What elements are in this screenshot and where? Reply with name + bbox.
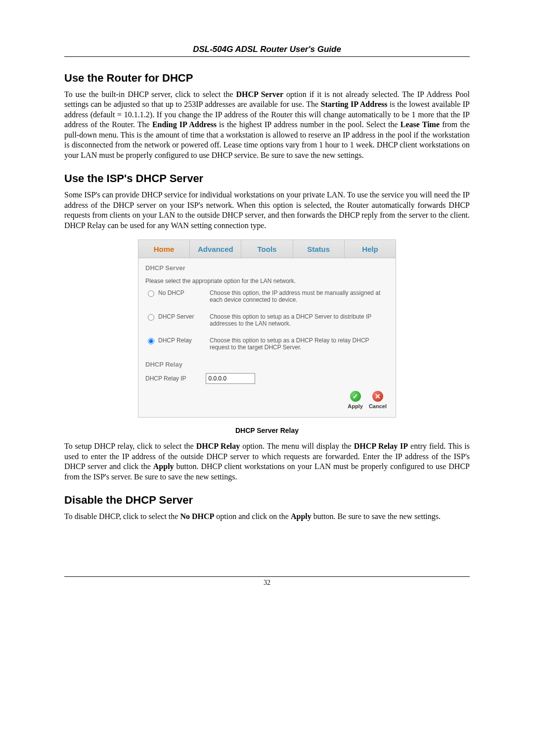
- text: To disable DHCP, click to select the: [64, 512, 180, 520]
- bold-apply2: Apply: [291, 512, 312, 520]
- router-panel: Home Advanced Tools Status Help DHCP Ser…: [138, 239, 396, 418]
- radio-no-dhcp[interactable]: [148, 290, 154, 297]
- tab-status[interactable]: Status: [293, 240, 345, 258]
- relay-section-heading: DHCP Relay: [145, 361, 389, 368]
- bold-ending-ip: Ending IP Address: [152, 120, 217, 129]
- bold-starting-ip: Starting IP Address: [321, 100, 388, 108]
- footer-divider: [64, 576, 470, 577]
- text: button. Be sure to save the new settings…: [312, 512, 441, 520]
- cancel-label: Cancel: [369, 403, 387, 409]
- relay-ip-row: DHCP Relay IP: [145, 373, 389, 384]
- tab-home[interactable]: Home: [138, 240, 190, 258]
- paragraph-section2: Some ISP's can provide DHCP service for …: [64, 190, 470, 231]
- apply-button[interactable]: ✓ Apply: [348, 391, 363, 409]
- panel-instruction: Please select the appropriate option for…: [145, 278, 389, 284]
- page-number: 32: [64, 579, 470, 587]
- panel-actions: ✓ Apply ✕ Cancel: [145, 391, 389, 409]
- relay-ip-input[interactable]: [206, 373, 255, 384]
- desc-no-dhcp: Choose this option, the IP address must …: [210, 289, 389, 303]
- text: is the highest IP address number in the …: [217, 120, 400, 129]
- bold-dhcp-relay-ip: DHCP Relay IP: [354, 442, 408, 450]
- page-header-title: DSL-504G ADSL Router User's Guide: [64, 45, 470, 54]
- panel-tabs: Home Advanced Tools Status Help: [138, 240, 396, 258]
- text: option. The menu will display the: [240, 442, 354, 450]
- heading-use-isp-dhcp: Use the ISP's DHCP Server: [64, 172, 470, 185]
- paragraph-section4: To disable DHCP, click to select the No …: [64, 512, 470, 521]
- tab-tools[interactable]: Tools: [241, 240, 293, 258]
- apply-label: Apply: [348, 403, 363, 409]
- close-icon: ✕: [372, 391, 383, 402]
- text: To use the built-in DHCP server, click t…: [64, 90, 236, 98]
- option-row-relay: DHCP Relay Choose this option to setup a…: [145, 337, 389, 351]
- bold-dhcp-relay: DHCP Relay: [196, 442, 240, 450]
- tab-advanced[interactable]: Advanced: [190, 240, 241, 258]
- radio-dhcp-relay[interactable]: [148, 338, 154, 344]
- figure-caption: DHCP Server Relay: [64, 426, 470, 434]
- option-row-nodhcp: No DHCP Choose this option, the IP addre…: [145, 289, 389, 303]
- heading-use-router-dhcp: Use the Router for DHCP: [64, 72, 470, 85]
- label-dhcp-relay: DHCP Relay: [158, 337, 192, 344]
- text: option and click on the: [214, 512, 291, 520]
- bold-dhcp-server: DHCP Server: [236, 90, 283, 98]
- bold-apply: Apply: [153, 462, 174, 471]
- bold-no-dhcp: No DHCP: [180, 512, 214, 520]
- panel-title: DHCP Server: [145, 264, 389, 272]
- check-icon: ✓: [350, 391, 361, 402]
- desc-dhcp-relay: Choose this option to setup as a DHCP Re…: [210, 337, 389, 351]
- relay-ip-label: DHCP Relay IP: [145, 375, 186, 382]
- label-no-dhcp: No DHCP: [158, 289, 184, 296]
- radio-dhcp-server[interactable]: [148, 314, 154, 321]
- paragraph-section1: To use the built-in DHCP server, click t…: [64, 90, 470, 160]
- panel-body: DHCP Server Please select the appropriat…: [138, 258, 396, 417]
- heading-disable-dhcp: Disable the DHCP Server: [64, 494, 470, 507]
- bold-lease-time: Lease Time: [400, 120, 440, 129]
- text: To setup DHCP relay, click to select the: [64, 442, 196, 450]
- desc-dhcp-server: Choose this option to setup as a DHCP Se…: [210, 313, 389, 327]
- header-divider: [64, 56, 470, 57]
- label-dhcp-server: DHCP Server: [158, 313, 194, 320]
- cancel-button[interactable]: ✕ Cancel: [369, 391, 387, 409]
- tab-help[interactable]: Help: [345, 240, 396, 258]
- option-row-server: DHCP Server Choose this option to setup …: [145, 313, 389, 327]
- paragraph-section3: To setup DHCP relay, click to select the…: [64, 441, 470, 482]
